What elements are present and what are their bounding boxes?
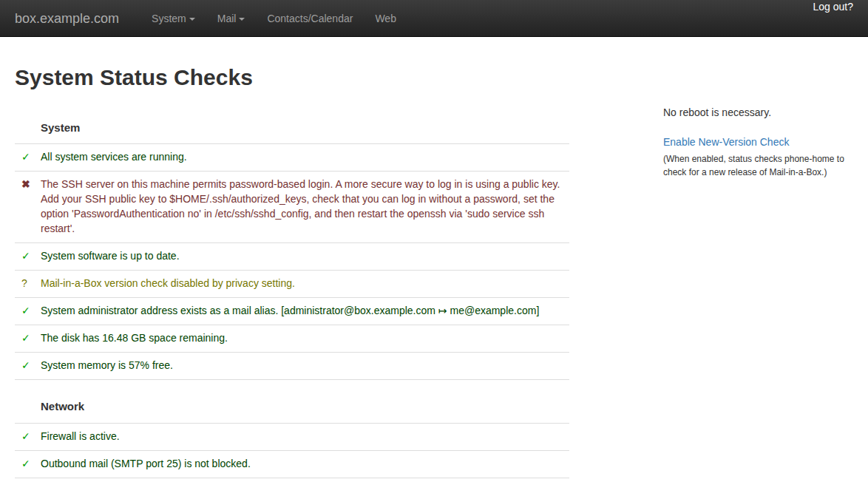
- status-text: System memory is 57% free.: [41, 359, 569, 373]
- status-icon: ✖: [15, 177, 41, 237]
- status-check-row: ✓ System administrator address exists as…: [15, 298, 569, 325]
- nav-link-contacts-calendar[interactable]: Contacts/Calendar: [256, 0, 364, 37]
- status-icon: ✓: [15, 359, 41, 373]
- enable-version-check-link[interactable]: Enable New-Version Check: [663, 135, 789, 150]
- nav-label-contacts-calendar: Contacts/Calendar: [267, 13, 353, 24]
- status-text: Firewall is active.: [41, 430, 569, 444]
- status-check-row: ✖ The SSH server on this machine permits…: [15, 172, 569, 243]
- status-icon: ✓: [15, 249, 41, 264]
- status-icon: ✓: [15, 457, 41, 472]
- status-text: System software is up to date.: [41, 249, 569, 264]
- status-text: System administrator address exists as a…: [41, 304, 569, 319]
- status-check-row: ✓ All system services are running.: [15, 144, 569, 172]
- nav-item-system: System: [140, 0, 206, 36]
- nav-link-web[interactable]: Web: [364, 0, 407, 37]
- section-heading-row: Network: [15, 380, 569, 423]
- main-content: System Status Checks System ✓ All system…: [0, 62, 868, 478]
- navbar: box.example.com System Mail Contacts/Cal…: [0, 0, 868, 37]
- heading-icon-spacer: [15, 398, 41, 414]
- section-heading: Network: [41, 398, 84, 414]
- section-heading: System: [41, 120, 80, 135]
- status-section: Network ✓ Firewall is active. ✓ Outbound…: [15, 380, 569, 478]
- status-check-row: ✓ Outbound mail (SMTP port 25) is not bl…: [15, 451, 569, 478]
- chevron-down-icon: [239, 18, 245, 21]
- nav-item-mail: Mail: [206, 0, 257, 36]
- section-heading-row: System: [15, 101, 569, 144]
- status-text: The disk has 16.48 GB space remaining.: [41, 331, 569, 346]
- nav-link-system[interactable]: System: [140, 0, 206, 37]
- nav-label-web: Web: [375, 13, 396, 24]
- navbar-right: Log out?: [813, 0, 868, 36]
- nav-link-mail[interactable]: Mail: [206, 0, 257, 37]
- chevron-down-icon: [189, 18, 195, 21]
- status-check-row: ✓ System memory is 57% free.: [15, 353, 569, 380]
- status-checks: System ✓ All system services are running…: [15, 101, 569, 478]
- status-text: All system services are running.: [41, 150, 569, 165]
- status-text: Outbound mail (SMTP port 25) is not bloc…: [41, 457, 569, 472]
- sidebar: No reboot is necessary. Enable New-Versi…: [663, 101, 855, 179]
- main-nav: System Mail Contacts/Calendar Web: [140, 0, 407, 36]
- status-icon: ✓: [15, 304, 41, 319]
- nav-label-mail: Mail: [217, 13, 237, 24]
- status-icon: ✓: [15, 150, 41, 165]
- status-icon: ✓: [15, 331, 41, 346]
- page-title: System Status Checks: [15, 62, 853, 94]
- brand-link[interactable]: box.example.com: [0, 0, 130, 36]
- status-check-row: ? Mail-in-a-Box version check disabled b…: [15, 271, 569, 298]
- logout-link[interactable]: Log out?: [813, 1, 868, 13]
- heading-icon-spacer: [15, 120, 41, 135]
- status-check-row: ✓ Firewall is active.: [15, 424, 569, 451]
- status-check-row: ✓ System software is up to date.: [15, 243, 569, 271]
- reboot-status: No reboot is necessary.: [663, 106, 855, 120]
- nav-label-system: System: [152, 13, 186, 24]
- status-icon: ?: [15, 276, 41, 291]
- status-check-row: ✓ The disk has 16.48 GB space remaining.: [15, 325, 569, 353]
- status-icon: ✓: [15, 430, 41, 444]
- status-text: The SSH server on this machine permits p…: [41, 177, 569, 237]
- status-section: System ✓ All system services are running…: [15, 101, 569, 380]
- nav-item-contacts-calendar: Contacts/Calendar: [256, 0, 364, 36]
- nav-item-web: Web: [364, 0, 407, 36]
- status-text: Mail-in-a-Box version check disabled by …: [41, 276, 569, 291]
- version-check-note: (When enabled, status checks phone-home …: [663, 152, 855, 179]
